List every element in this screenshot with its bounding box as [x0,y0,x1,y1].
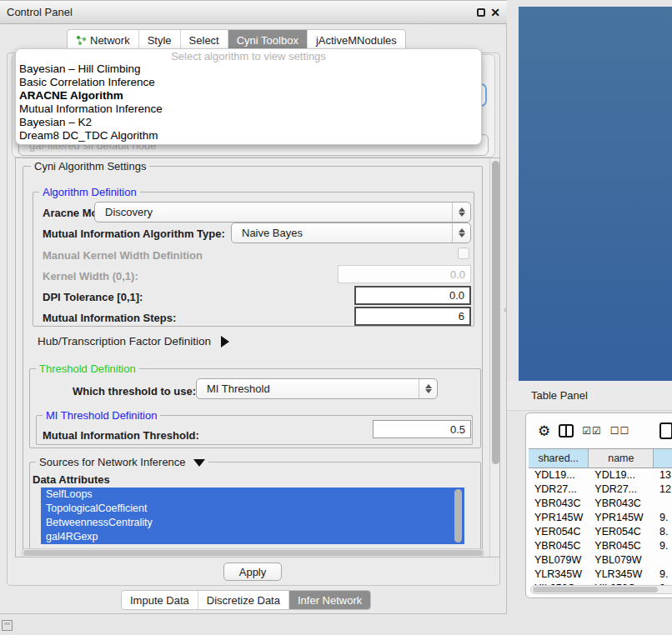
tab-cyni-toolbox[interactable]: Cyni Toolbox [228,30,308,50]
sources-title-label: Sources for Network Inference [39,456,186,468]
mi-type-value: Naive Bayes [242,227,303,239]
hub-definition-label: Hub/Transcription Factor Definition [38,335,211,348]
float-panel-icon[interactable] [477,8,485,17]
gear-icon[interactable]: ⚙ [538,422,550,440]
algorithm-option[interactable]: ARACNE Algorithm [16,89,481,102]
table-cell: 13 [654,468,672,482]
screen: Control Panel ✕ Network S [0,0,672,635]
table-header-row: shared...name [529,448,672,468]
settings-vscrollbar-thumb[interactable] [492,161,499,464]
mi-type-label: Mutual Information Algorithm Type: [43,228,225,240]
tab-select[interactable]: Select [181,30,228,50]
panel-divider-handle[interactable]: ‹ [504,304,507,314]
table-row[interactable]: YDL19...YDL19...13 [529,468,672,482]
algorithm-dropdown-popup: Select algorithm to view settings Bayesi… [15,48,482,145]
dpi-tolerance-label: DPI Tolerance [0,1]: [43,291,143,303]
new-table-icon[interactable] [659,422,672,439]
tab-impute-data[interactable]: Impute Data [122,591,198,609]
table-cell: YBL079W [529,553,589,568]
kernel-width-field[interactable]: 0.0 [338,265,471,283]
column-header[interactable] [654,449,672,468]
table-row[interactable]: YBR043CYBR043C [529,497,672,511]
table-row[interactable]: YDR27...YDR27...12 [529,482,672,497]
table-cell [654,497,672,511]
apply-button[interactable]: Apply [223,562,282,581]
column-header[interactable]: name [589,449,654,468]
data-attributes-list: SelfLoopsTopologicalCoefficientBetweenne… [41,488,464,544]
close-icon[interactable]: ✕ [490,8,500,17]
network-icon [76,35,87,46]
manual-kernel-checkbox[interactable] [458,248,469,259]
table-row[interactable]: YBL079WYBL079W [529,553,672,568]
mi-steps-field[interactable]: 6 [354,307,471,326]
algorithm-dropdown-list: Bayesian – Hill ClimbingBasic Correlatio… [16,62,481,142]
table-row[interactable]: YBR045CYBR045C9. [529,539,672,553]
attributes-scrollbar[interactable] [454,489,462,542]
table-cell: YDR27... [529,482,589,497]
settings-vscrollbar[interactable] [489,158,500,558]
tab-label: Cyni Toolbox [237,34,298,47]
hub-definition-toggle[interactable]: Hub/Transcription Factor Definition [38,335,229,348]
tab-label: Impute Data [130,594,189,607]
algorithm-option[interactable]: Dream8 DC_TDC Algorithm [16,129,481,142]
table-cell: YBR043C [529,497,589,511]
tab-label: jActiveMNodules [316,34,397,47]
which-threshold-value: MI Threshold [207,382,270,395]
data-attribute-item[interactable]: gal4RGexp [41,530,464,544]
tab-label: Style [148,34,172,47]
table-toolbar: ⚙ ☑☑ ☐☐ [526,413,672,448]
table-cell: YER054C [529,525,589,539]
algorithm-option[interactable]: Bayesian – Hill Climbing [16,62,481,76]
table-cell: 9. [654,539,672,553]
aracne-mode-combo[interactable]: Discovery [94,202,471,222]
table-body: YDL19...YDL19...13YDR27...YDR27...12YBR0… [529,468,672,585]
data-attribute-item[interactable]: SelfLoops [41,488,464,502]
settings-hscrollbar[interactable] [21,548,484,558]
mi-type-combo[interactable]: Naive Bayes [231,222,471,243]
mi-steps-label: Mutual Information Steps: [43,312,176,324]
settings-hscrollbar-thumb[interactable] [23,550,483,556]
threshold-definition-title: Threshold Definition [36,362,139,375]
algorithm-option[interactable]: Basic Correlation Inference [16,76,481,89]
table-hscrollbar[interactable] [530,585,672,594]
algorithm-option[interactable]: Bayesian – K2 [16,116,481,129]
data-attribute-item[interactable]: BetweennessCentrality [41,516,464,530]
tab-jactivemnodules[interactable]: jActiveMNodules [308,30,405,50]
tab-discretize-data[interactable]: Discretize Data [198,591,289,609]
deselect-all-checkboxes-icon[interactable]: ☐☐ [610,425,630,437]
column-header[interactable]: shared... [529,449,589,468]
mini-panel-icon[interactable] [2,620,13,631]
combo-arrows-icon [419,379,437,398]
tab-style[interactable]: Style [139,30,181,50]
control-panel: Control Panel ✕ Network S [0,0,507,614]
table-cell: YBR043C [589,497,654,511]
bottom-tab-bar: Impute Data Discretize Data Infer Networ… [121,590,371,610]
table-row[interactable]: YPR145WYPR145W9. [529,511,672,525]
select-all-checkboxes-icon[interactable]: ☑☑ [582,425,602,437]
collapse-down-icon [193,459,205,467]
table-cell: 9. [654,511,672,525]
table-cell: 9. [654,568,672,582]
dpi-tolerance-field[interactable]: 0.0 [354,286,471,305]
table-panel-title: Table Panel [531,389,588,402]
tab-network[interactable]: Network [68,30,139,50]
table-row[interactable]: YER054CYER054C8. [529,525,672,539]
combo-arrows-icon [452,223,470,242]
algorithm-option[interactable]: Mutual Information Inference [16,102,481,116]
settings-scroll-pane: Cyni Algorithm Settings Algorithm Defini… [15,158,500,558]
table-row[interactable]: YLR345WYLR345W9. [529,568,672,582]
mi-threshold-field[interactable]: 0.5 [373,420,471,438]
tab-label: Infer Network [298,594,362,607]
network-view-frame: GALGAL80GAL10GAL1GAL11SWI4GAL4HAP4YGCY1H… [519,7,672,381]
apply-button-label: Apply [239,566,267,578]
expand-right-icon [221,336,229,348]
data-attribute-item[interactable]: TopologicalCoefficient [41,502,464,516]
table-cell: YPR145W [589,511,654,525]
columns-icon[interactable] [559,424,574,438]
algorithm-dropdown-placeholder: Select algorithm to view settings [16,51,481,62]
sources-group-title[interactable]: Sources for Network Inference [36,456,208,468]
cyni-algorithm-settings-title: Cyni Algorithm Settings [31,160,149,172]
table-hscrollbar-thumb[interactable] [533,587,658,592]
which-threshold-combo[interactable]: MI Threshold [196,378,438,399]
tab-infer-network[interactable]: Infer Network [289,591,370,609]
